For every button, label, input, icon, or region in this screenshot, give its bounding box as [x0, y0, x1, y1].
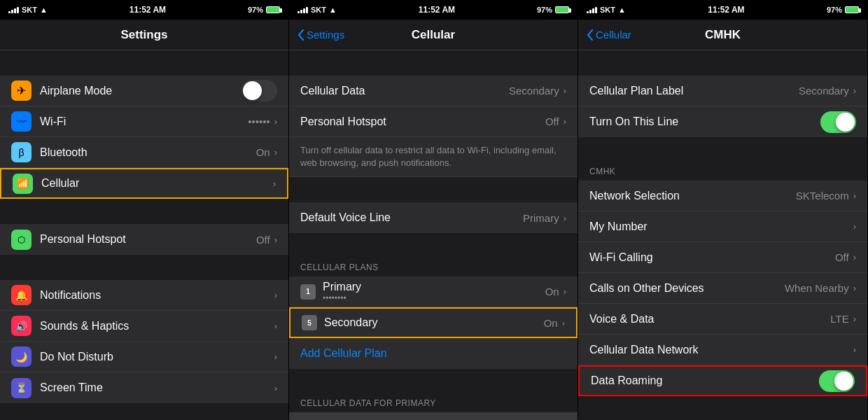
turn-on-line-label: Turn On This Line: [589, 115, 820, 128]
secondary-plan-item[interactable]: 5 Secondary On ›: [289, 307, 578, 338]
battery-area: 97%: [248, 6, 280, 14]
primary-plan-icon: 1: [300, 284, 316, 300]
airplane-toggle[interactable]: [241, 80, 277, 102]
cmhk-group-1: Cellular Plan Label Secondary › Turn On …: [578, 76, 867, 137]
default-voice-item[interactable]: Default Voice Line Primary ›: [289, 202, 578, 233]
data-roaming-label: Data Roaming: [591, 374, 819, 387]
back-label: Settings: [307, 29, 344, 41]
cellular-label: Cellular: [41, 177, 273, 190]
turn-on-line-item[interactable]: Turn On This Line: [578, 106, 867, 137]
cellular-data-network-item[interactable]: Cellular Data Network ›: [578, 335, 867, 365]
plan-label-item[interactable]: Cellular Plan Label Secondary ›: [578, 76, 867, 106]
turn-on-line-toggle[interactable]: [820, 111, 856, 133]
network-selection-label: Network Selection: [589, 190, 796, 202]
default-voice-chevron: ›: [564, 213, 566, 223]
data-roaming-toggle[interactable]: [819, 370, 855, 392]
personal-hotspot-value: Off: [545, 115, 559, 127]
cellular-data-chevron: ›: [564, 85, 566, 96]
cellular-item[interactable]: 📶 Cellular ›: [0, 168, 288, 199]
carrier-label: SKT: [22, 6, 37, 14]
cellular-nav: Settings Cellular: [289, 20, 578, 50]
notifications-icon: 🔔: [11, 285, 31, 305]
cellular-info-text: Turn off cellular data to restrict all d…: [300, 144, 566, 169]
hotspot-item[interactable]: ⬡ Personal Hotspot Off ›: [0, 224, 288, 255]
personal-hotspot-item[interactable]: Personal Hotspot Off ›: [289, 106, 578, 137]
battery-icon-3: [845, 6, 859, 13]
signal-icon-2: [298, 6, 308, 13]
wifi-item[interactable]: 〰 Wi-Fi •••••• ›: [0, 106, 288, 137]
carrier-label-3: SKT: [600, 6, 615, 14]
signal-icon: [8, 6, 19, 13]
cellular-icon: 📶: [13, 174, 33, 194]
calls-other-devices-chevron: ›: [853, 283, 856, 293]
cellular-group-2: Default Voice Line Primary ›: [289, 202, 578, 233]
cellular-group-1: Cellular Data Secondary › Personal Hotsp…: [289, 76, 578, 177]
cellular-data-network-chevron: ›: [853, 344, 856, 355]
settings-list: ✈ Airplane Mode 〰 Wi-Fi •••••• › β Bluet…: [0, 50, 288, 420]
hotspot-label: Personal Hotspot: [40, 233, 256, 246]
cmhk-panel: SKT ▲ 11:52 AM 97% Cellular CMHK Cellula…: [578, 0, 867, 420]
data-roaming-item[interactable]: Data Roaming: [578, 365, 867, 396]
wifi-status-icon-2: ▲: [329, 6, 337, 14]
voice-data-value: LTE: [830, 313, 848, 325]
wifi-value: ••••••: [248, 115, 270, 127]
primary-plan-label: Primary: [323, 281, 545, 293]
settings-title: Settings: [120, 28, 167, 42]
back-to-cellular-button[interactable]: Cellular: [587, 29, 631, 41]
plan-label-chevron: ›: [853, 85, 856, 96]
bluetooth-chevron-icon: ›: [274, 147, 277, 158]
add-plan-label: Add Cellular Plan: [300, 347, 387, 360]
back-label-2: Cellular: [596, 29, 631, 41]
airplane-mode-item[interactable]: ✈ Airplane Mode: [0, 76, 288, 106]
status-bar-2: SKT ▲ 11:52 AM 97%: [289, 0, 578, 20]
cellular-data-value: Secondary: [509, 85, 559, 97]
hotspot-chevron-icon: ›: [274, 234, 277, 245]
default-voice-value: Primary: [523, 212, 559, 224]
dnd-chevron-icon: ›: [274, 351, 277, 362]
battery-area-2: 97%: [537, 6, 569, 14]
battery-icon-2: [555, 6, 569, 13]
secondary-plan-label: Secondary: [324, 316, 544, 329]
cellular-data-item[interactable]: Cellular Data Secondary ›: [289, 76, 578, 106]
back-to-settings-button[interactable]: Settings: [298, 29, 344, 41]
add-cellular-plan-item[interactable]: Add Cellular Plan: [289, 338, 578, 369]
primary-plan-item[interactable]: 1 Primary •••••••• On ›: [289, 276, 578, 307]
default-voice-label: Default Voice Line: [300, 211, 523, 224]
battery-area-3: 97%: [827, 6, 859, 14]
plan-label-text: Cellular Plan Label: [589, 85, 799, 97]
cellular-title: Cellular: [412, 28, 455, 42]
battery-percent: 97%: [248, 6, 263, 14]
billing-group: This Billing Period: [289, 412, 578, 420]
wifi-chevron-icon: ›: [274, 116, 277, 127]
bluetooth-item[interactable]: β Bluetooth On ›: [0, 137, 288, 168]
battery-percent-3: 97%: [827, 6, 842, 14]
cellular-info-cell: Turn off cellular data to restrict all d…: [289, 137, 578, 177]
settings-nav: Settings: [0, 20, 288, 50]
screentime-chevron-icon: ›: [274, 383, 277, 393]
voice-data-chevron: ›: [853, 314, 856, 324]
bluetooth-icon: β: [11, 142, 31, 162]
sounds-item[interactable]: 🔊 Sounds & Haptics ›: [0, 311, 288, 342]
airplane-icon: ✈: [11, 80, 31, 101]
bluetooth-value: On: [256, 146, 270, 158]
wifi-calling-chevron: ›: [853, 252, 856, 262]
notifications-item[interactable]: 🔔 Notifications ›: [0, 280, 288, 311]
cellular-data-network-label: Cellular Data Network: [589, 344, 853, 356]
cellular-list: Cellular Data Secondary › Personal Hotsp…: [289, 50, 578, 420]
sounds-chevron-icon: ›: [274, 321, 277, 331]
cmhk-list: Cellular Plan Label Secondary › Turn On …: [578, 50, 867, 420]
cellular-data-label: Cellular Data: [300, 85, 509, 97]
voice-data-item[interactable]: Voice & Data LTE ›: [578, 304, 867, 335]
calls-other-devices-item[interactable]: Calls on Other Devices When Nearby ›: [578, 273, 867, 304]
primary-plan-chevron: ›: [564, 286, 566, 297]
airplane-label: Airplane Mode: [40, 85, 241, 97]
battery-icon: [266, 6, 280, 13]
my-number-item[interactable]: My Number ›: [578, 211, 867, 242]
screentime-item[interactable]: ⏳ Screen Time ›: [0, 372, 288, 403]
network-selection-item[interactable]: Network Selection SKTelecom ›: [578, 181, 867, 211]
dnd-item[interactable]: 🌙 Do Not Disturb ›: [0, 342, 288, 372]
billing-period-item[interactable]: This Billing Period: [289, 412, 578, 420]
calls-other-devices-value: When Nearby: [785, 282, 849, 294]
battery-percent-2: 97%: [537, 6, 552, 14]
wifi-calling-item[interactable]: Wi-Fi Calling Off ›: [578, 242, 867, 273]
